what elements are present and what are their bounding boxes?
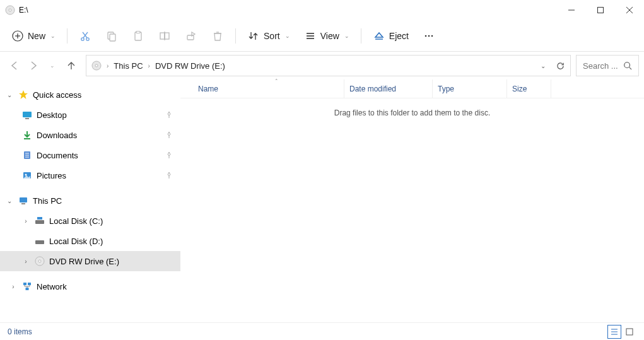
column-size[interactable]: Size	[507, 79, 551, 98]
divider	[361, 28, 361, 44]
pictures-icon	[21, 170, 33, 181]
downloads-label: Downloads	[37, 131, 77, 140]
drive-icon	[34, 235, 45, 247]
chevron-down-icon[interactable]: ⌄	[5, 197, 14, 204]
sort-button[interactable]: Sort ⌄	[241, 26, 296, 46]
column-date[interactable]: Date modified	[344, 79, 433, 98]
view-button[interactable]: View ⌄	[298, 26, 356, 46]
breadcrumb-current-label: DVD RW Drive (E:)	[155, 61, 225, 71]
chevron-down-icon[interactable]: ⌄	[5, 91, 14, 98]
chevron-down-icon: ⌄	[344, 33, 349, 39]
column-name[interactable]: Name	[193, 79, 344, 98]
more-button[interactable]	[416, 26, 442, 46]
dvd-e-label: DVD RW Drive (E:)	[49, 257, 119, 266]
svg-point-1	[9, 9, 11, 11]
cut-button[interactable]	[73, 26, 98, 46]
address-bar-row: ⌄ › This PC› DVD RW Drive (E:) ⌄ Search …	[0, 52, 644, 79]
svg-point-31	[95, 64, 98, 67]
divider	[235, 28, 236, 44]
sidebar-item-documents[interactable]: Documents	[0, 145, 180, 165]
sidebar-item-pictures[interactable]: Pictures	[0, 165, 180, 185]
delete-button[interactable]	[205, 26, 230, 46]
divider	[67, 28, 67, 44]
chevron-right-icon[interactable]: ›	[21, 258, 30, 265]
up-button[interactable]	[66, 60, 77, 71]
address-bar[interactable]: › This PC› DVD RW Drive (E:) ⌄	[86, 55, 571, 76]
minimize-button[interactable]	[557, 0, 586, 20]
svg-rect-3	[598, 8, 604, 13]
column-type[interactable]: Type	[433, 79, 507, 98]
sidebar-item-quick-access[interactable]: ⌄ Quick access	[0, 85, 180, 105]
eject-button[interactable]: Eject	[366, 26, 415, 46]
pin-icon	[165, 151, 173, 159]
maximize-button[interactable]	[586, 0, 615, 20]
local-c-label: Local Disk (C:)	[49, 216, 103, 226]
sidebar-item-local-c[interactable]: › Local Disk (C:)	[0, 211, 180, 231]
view-label: View	[320, 31, 339, 41]
navigation-pane: ⌄ Quick access Desktop Downloads Documen…	[0, 79, 180, 322]
search-input[interactable]: Search ...	[576, 55, 639, 76]
breadcrumb-this-pc[interactable]: This PC›	[114, 61, 153, 71]
chevron-right-icon[interactable]: ›	[21, 218, 30, 225]
chevron-right-icon[interactable]: ›	[9, 283, 18, 290]
sort-label: Sort	[264, 31, 280, 41]
sidebar-item-this-pc[interactable]: ⌄ This PC	[0, 191, 180, 211]
details-view-button[interactable]	[607, 325, 621, 339]
svg-rect-56	[626, 329, 633, 335]
back-button[interactable]	[9, 60, 20, 71]
sidebar-item-local-d[interactable]: › Local Disk (D:)	[0, 231, 180, 251]
chevron-right-icon[interactable]: ›	[148, 62, 150, 69]
sidebar-item-downloads[interactable]: Downloads	[0, 125, 180, 145]
documents-label: Documents	[37, 151, 78, 160]
svg-rect-17	[160, 33, 165, 39]
thumbnails-view-button[interactable]	[623, 325, 636, 339]
column-type-label: Type	[438, 85, 454, 93]
eject-icon	[373, 30, 385, 42]
svg-point-27	[425, 35, 427, 37]
svg-rect-20	[187, 35, 194, 40]
disc-icon	[34, 255, 45, 267]
empty-folder-message: Drag files to this folder to add them to…	[180, 108, 644, 117]
svg-rect-47	[35, 240, 44, 244]
sidebar-item-dvd-e[interactable]: › DVD RW Drive (E:)	[0, 251, 180, 271]
svg-line-12	[83, 32, 87, 38]
sidebar-item-network[interactable]: › Network	[0, 276, 180, 296]
sort-icon	[247, 30, 260, 42]
item-count: 0 items	[8, 327, 32, 336]
new-button[interactable]: New ⌄	[5, 26, 62, 46]
column-name-label: Name	[198, 85, 218, 93]
pictures-label: Pictures	[37, 171, 66, 180]
copy-button[interactable]	[99, 26, 124, 46]
title-bar: E:\	[0, 0, 644, 20]
trash-icon	[211, 30, 224, 42]
forward-button[interactable]	[28, 60, 39, 71]
share-button[interactable]	[179, 26, 204, 46]
sort-indicator-icon: ˄	[275, 78, 278, 85]
desktop-label: Desktop	[37, 110, 67, 120]
address-dropdown[interactable]: ⌄	[541, 62, 546, 69]
refresh-button[interactable]	[556, 61, 565, 71]
search-placeholder: Search ...	[583, 61, 618, 71]
star-icon	[18, 89, 29, 100]
close-button[interactable]	[615, 0, 644, 20]
rename-icon	[158, 30, 171, 42]
breadcrumb-root-label: This PC	[114, 61, 143, 71]
rename-button[interactable]	[152, 26, 177, 46]
plus-icon	[11, 30, 24, 42]
recent-dropdown[interactable]: ⌄	[47, 60, 58, 71]
svg-rect-43	[20, 197, 27, 202]
toolbar: New ⌄ Sort ⌄ View ⌄ Eject	[0, 20, 644, 52]
svg-rect-44	[21, 203, 25, 204]
search-icon	[623, 61, 632, 70]
documents-icon	[21, 149, 33, 161]
cut-icon	[79, 30, 91, 42]
pin-icon	[165, 172, 173, 179]
paste-button[interactable]	[126, 26, 151, 46]
this-pc-label: This PC	[33, 196, 62, 206]
svg-rect-45	[35, 220, 44, 224]
sidebar-item-desktop[interactable]: Desktop	[0, 105, 180, 125]
svg-point-49	[38, 260, 41, 262]
breadcrumb-current[interactable]: DVD RW Drive (E:)	[155, 61, 225, 71]
chevron-right-icon[interactable]: ›	[107, 62, 108, 69]
desktop-icon	[21, 109, 33, 120]
